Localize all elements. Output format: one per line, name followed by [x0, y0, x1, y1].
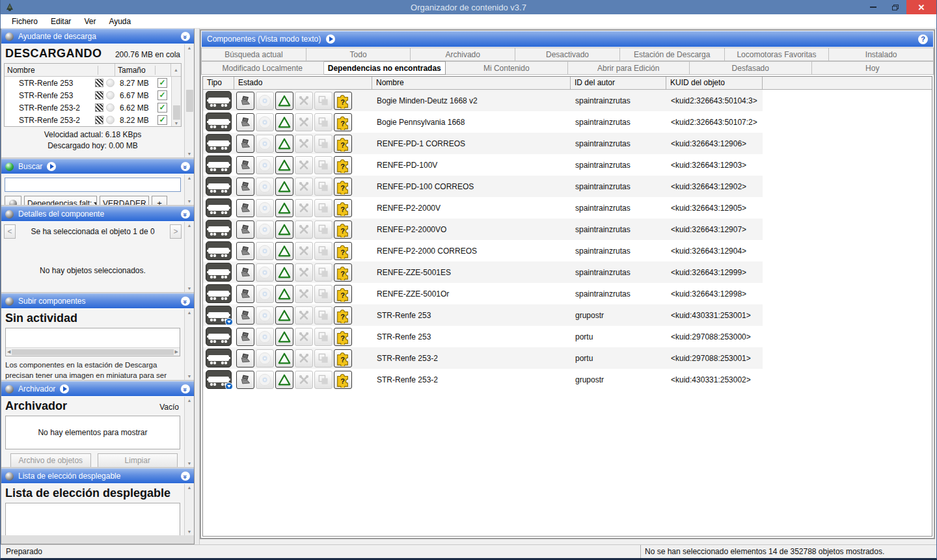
- estado-disc-button[interactable]: [256, 199, 274, 217]
- scroll-up-icon[interactable]: ▲: [171, 64, 181, 76]
- estado-triangle-button[interactable]: [275, 328, 293, 346]
- tab-modificado-localmente[interactable]: Modificado Localmente: [201, 61, 324, 75]
- estado-copy-button[interactable]: [314, 199, 333, 217]
- traincar-type-icon[interactable]: [206, 263, 232, 282]
- menu-item[interactable]: Editar: [45, 16, 77, 27]
- traincar-type-icon[interactable]: [206, 349, 232, 367]
- upload-hscrollbar[interactable]: ◀▶: [6, 347, 180, 356]
- col-tamano[interactable]: Tamaño: [115, 66, 156, 75]
- collapse-chevron-icon[interactable]: »: [181, 32, 190, 41]
- table-row[interactable]: ? RENFE-ZZE-5001ES spaintrainzrutas <kui…: [203, 261, 932, 283]
- estado-triangle-button[interactable]: [275, 113, 293, 131]
- section-header-search[interactable]: Buscar »: [1, 159, 194, 174]
- play-arrow-icon[interactable]: [326, 34, 335, 44]
- estado-tools-button[interactable]: [295, 328, 313, 346]
- estado-triangle-button[interactable]: [275, 242, 293, 260]
- estado-laptop-button[interactable]: [236, 113, 254, 131]
- restore-button[interactable]: [884, 0, 906, 14]
- estado-copy-button[interactable]: [314, 135, 333, 153]
- collapse-chevron-icon[interactable]: »: [181, 297, 190, 306]
- estado-laptop-button[interactable]: [236, 263, 254, 282]
- tab-hoy[interactable]: Hoy: [812, 61, 934, 75]
- tab-dependencias-no-encontradas[interactable]: Dependencias no encontradas: [324, 61, 446, 75]
- estado-laptop-button[interactable]: [236, 242, 254, 260]
- section-scrollbar[interactable]: ▲▼: [184, 397, 194, 467]
- estado-disc-button[interactable]: [256, 113, 274, 131]
- help-button[interactable]: ?: [918, 34, 928, 44]
- estado-tools-button[interactable]: [295, 306, 313, 325]
- estado-triangle-button[interactable]: [275, 285, 293, 303]
- estado-copy-button[interactable]: [314, 156, 333, 174]
- estado-tools-button[interactable]: [295, 178, 313, 196]
- estado-missing-dependency-button[interactable]: ?: [334, 349, 352, 367]
- section-header-picklist[interactable]: Lista de elección desplegable »: [1, 468, 194, 483]
- estado-missing-dependency-button[interactable]: ?: [334, 135, 352, 153]
- archive-objects-button[interactable]: Archivo de objetos: [10, 453, 91, 467]
- traincar-type-icon[interactable]: [206, 284, 232, 303]
- traincar-type-icon[interactable]: [206, 177, 232, 196]
- estado-laptop-button[interactable]: [236, 285, 254, 303]
- tab-desfasado[interactable]: Desfasado: [690, 61, 812, 75]
- estado-missing-dependency-button[interactable]: ?: [334, 242, 352, 260]
- table-row[interactable]: ? RENFE-PD-1 CORREOS spaintrainzrutas <k…: [203, 133, 932, 154]
- estado-missing-dependency-button[interactable]: ?: [334, 178, 352, 196]
- table-row[interactable]: ? STR-Renfe 253 portu <kuid:297088:25300…: [203, 326, 932, 347]
- download-row[interactable]: STR-Renfe 253-2 8.22 MB ✓: [5, 114, 171, 126]
- table-row[interactable]: ? RENFE-PD-100V spaintrainzrutas <kuid:3…: [203, 154, 932, 176]
- estado-triangle-button[interactable]: [275, 349, 293, 367]
- estado-disc-button[interactable]: [256, 306, 274, 325]
- estado-missing-dependency-button[interactable]: ?: [334, 285, 352, 303]
- estado-disc-button[interactable]: [256, 135, 274, 153]
- table-row[interactable]: ? RENFE-PD-100 CORREOS spaintrainzrutas …: [203, 176, 932, 197]
- estado-triangle-button[interactable]: [275, 220, 293, 239]
- estado-tools-button[interactable]: [295, 92, 313, 110]
- estado-missing-dependency-button[interactable]: ?: [334, 220, 352, 239]
- minimize-button[interactable]: [862, 0, 884, 14]
- estado-missing-dependency-button[interactable]: ?: [334, 328, 352, 346]
- clear-button[interactable]: Limpiar: [98, 453, 178, 467]
- tab-archivado[interactable]: Archivado: [411, 47, 515, 61]
- pause-dot-button[interactable]: [106, 116, 115, 124]
- table-row[interactable]: ? STR-Renfe 253-2 portu <kuid:297088:253…: [203, 347, 932, 369]
- filter-field-dropdown[interactable]: Dependencias falt:: [24, 196, 97, 205]
- estado-laptop-button[interactable]: [236, 371, 254, 389]
- estado-laptop-button[interactable]: [236, 349, 254, 367]
- search-go-button[interactable]: [5, 196, 21, 205]
- column-header-tipo[interactable]: Tipo: [203, 77, 234, 89]
- table-row[interactable]: ? RENFE-P2-2000V spaintrainzrutas <kuid:…: [203, 197, 932, 219]
- estado-tools-button[interactable]: [295, 263, 313, 282]
- download-scrollbar[interactable]: ▼: [171, 77, 181, 126]
- section-scrollbar[interactable]: ▲▼: [184, 222, 194, 292]
- section-scrollbar[interactable]: ▲▼: [184, 174, 194, 205]
- download-checkbox[interactable]: ✓: [157, 103, 167, 113]
- panel-splitter[interactable]: [195, 29, 200, 544]
- menu-item[interactable]: Ayuda: [103, 16, 137, 27]
- estado-missing-dependency-button[interactable]: ?: [334, 371, 352, 389]
- estado-laptop-button[interactable]: [236, 220, 254, 239]
- menu-item[interactable]: Fichero: [6, 16, 44, 27]
- estado-laptop-button[interactable]: [236, 306, 254, 325]
- download-checkbox[interactable]: ✓: [157, 78, 167, 88]
- estado-triangle-button[interactable]: [275, 371, 293, 389]
- estado-copy-button[interactable]: [314, 371, 333, 389]
- estado-copy-button[interactable]: [314, 92, 333, 110]
- estado-tools-button[interactable]: [295, 113, 313, 131]
- estado-disc-button[interactable]: [256, 92, 274, 110]
- estado-disc-button[interactable]: [256, 178, 274, 196]
- section-scrollbar[interactable]: ▲▼: [184, 309, 194, 380]
- estado-triangle-button[interactable]: [275, 92, 293, 110]
- download-row[interactable]: STR-Renfe 253 6.67 MB ✓: [5, 89, 171, 101]
- table-row[interactable]: ? Bogie Minden-Deutz 1668 v2 spaintrainz…: [203, 90, 932, 111]
- scroll-down-icon[interactable]: ▼: [174, 121, 179, 126]
- estado-missing-dependency-button[interactable]: ?: [334, 263, 352, 282]
- collapse-chevron-icon[interactable]: »: [181, 472, 190, 481]
- next-object-button[interactable]: >: [170, 224, 182, 239]
- estado-tools-button[interactable]: [295, 285, 313, 303]
- table-row[interactable]: ? RENFE-P2-2000VO spaintrainzrutas <kuid…: [203, 219, 932, 240]
- estado-tools-button[interactable]: [295, 242, 313, 260]
- table-row[interactable]: ? STR-Renfe 253-2 grupostr <kuid:430331:…: [203, 369, 932, 390]
- estado-triangle-button[interactable]: [275, 263, 293, 282]
- estado-triangle-button[interactable]: [275, 178, 293, 196]
- download-row[interactable]: STR-Renfe 253-2 6.62 MB ✓: [5, 101, 171, 114]
- prev-object-button[interactable]: <: [4, 224, 16, 239]
